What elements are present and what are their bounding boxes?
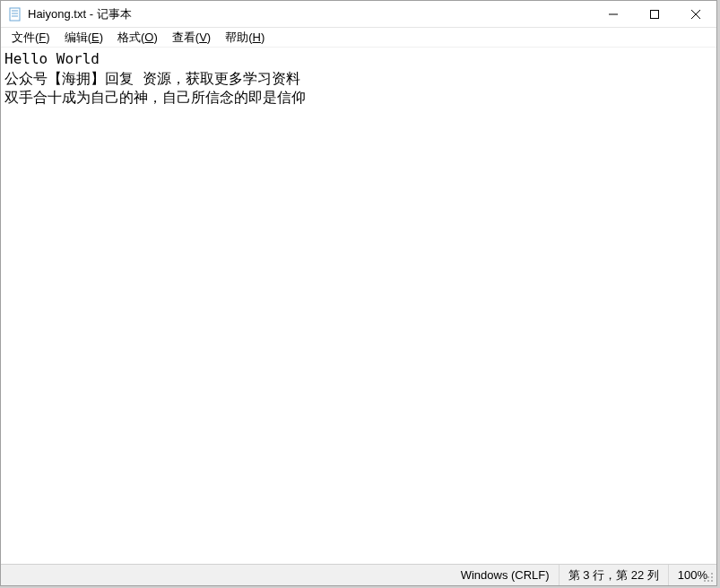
svg-point-10 (711, 576, 713, 578)
window-controls (593, 1, 716, 27)
window-title: Haiyong.txt - 记事本 (28, 6, 593, 22)
minimize-button[interactable] (593, 1, 634, 28)
statusbar: Windows (CRLF) 第 3 行，第 22 列 100% (1, 564, 716, 585)
menu-view[interactable]: 查看(V) (165, 28, 218, 48)
svg-point-12 (707, 580, 709, 582)
menubar: 文件(F) 编辑(E) 格式(O) 查看(V) 帮助(H) (1, 28, 716, 48)
svg-point-9 (707, 576, 709, 578)
svg-point-8 (711, 573, 713, 575)
close-button[interactable] (675, 1, 716, 28)
status-position: 第 3 行，第 22 列 (559, 565, 668, 585)
maximize-button[interactable] (634, 1, 675, 28)
notepad-window: Haiyong.txt - 记事本 文件(F) 编辑(E) 格式(O) (0, 0, 717, 586)
titlebar[interactable]: Haiyong.txt - 记事本 (1, 1, 716, 28)
content-area (1, 48, 716, 564)
status-encoding: Windows (CRLF) (452, 565, 559, 585)
menu-format[interactable]: 格式(O) (110, 28, 165, 48)
text-editor[interactable] (1, 48, 716, 564)
notepad-icon (8, 7, 22, 22)
menu-file[interactable]: 文件(F) (4, 28, 57, 48)
resize-grip-icon[interactable] (700, 569, 715, 584)
svg-rect-5 (651, 11, 659, 19)
svg-point-13 (711, 580, 713, 582)
svg-point-11 (704, 580, 706, 582)
menu-help[interactable]: 帮助(H) (218, 28, 272, 48)
menu-edit[interactable]: 编辑(E) (57, 28, 110, 48)
svg-rect-0 (10, 8, 20, 21)
